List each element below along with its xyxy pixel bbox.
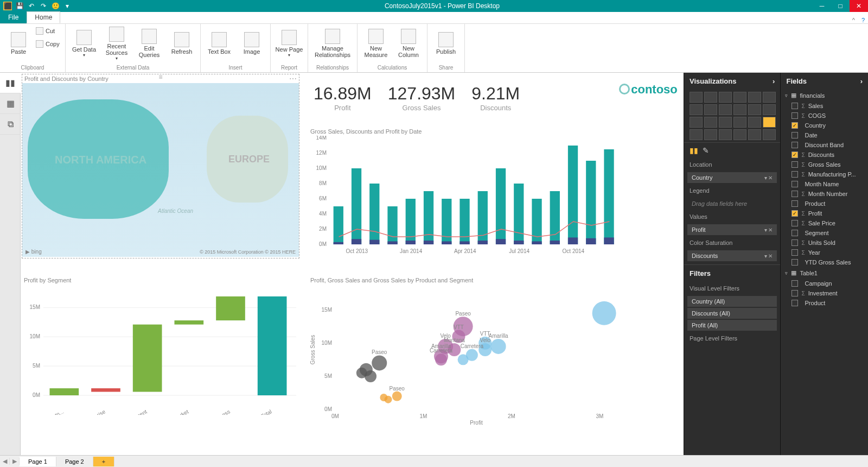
page-prev-button[interactable]: ◀ — [0, 458, 10, 465]
field-item[interactable]: Product — [781, 298, 868, 308]
checkbox-icon[interactable] — [792, 161, 798, 168]
checkbox-icon[interactable] — [792, 230, 798, 236]
redo-icon[interactable]: ↷ — [39, 2, 48, 10]
model-view-icon[interactable]: ⧉ — [0, 114, 21, 135]
field-item[interactable]: ΣSale Price — [781, 218, 868, 228]
maximize-button[interactable]: □ — [831, 0, 850, 12]
checkbox-icon[interactable] — [792, 300, 798, 306]
checkbox-icon[interactable]: ✓ — [792, 210, 798, 217]
viz-type-22[interactable] — [748, 129, 761, 140]
field-item[interactable]: Campaign — [781, 279, 868, 288]
page-tab-1[interactable]: Page 1 — [20, 457, 56, 466]
field-item[interactable]: Discount Band — [781, 140, 868, 150]
well-saturation[interactable]: Discounts▾ ✕ — [687, 250, 777, 261]
checkbox-icon[interactable]: ✓ — [792, 122, 798, 129]
close-button[interactable]: ✕ — [850, 0, 868, 12]
checkbox-icon[interactable] — [792, 280, 798, 287]
checkbox-icon[interactable] — [792, 103, 798, 109]
field-item[interactable]: Month Name — [781, 179, 868, 189]
undo-icon[interactable]: ↶ — [27, 2, 36, 10]
viz-type-0[interactable] — [690, 92, 703, 103]
add-page-button[interactable]: + — [93, 457, 114, 466]
card-profit[interactable]: 16.89MProfit — [314, 84, 372, 112]
viz-type-12[interactable] — [690, 117, 703, 128]
viz-type-23[interactable] — [763, 129, 776, 140]
checkbox-icon[interactable] — [792, 142, 798, 148]
filter-country[interactable]: Country (All) — [687, 296, 777, 307]
field-item[interactable]: Date — [781, 130, 868, 140]
field-item[interactable]: Product — [781, 199, 868, 209]
viz-type-20[interactable] — [719, 129, 732, 140]
viz-type-19[interactable] — [704, 129, 717, 140]
viz-type-11[interactable] — [763, 104, 776, 115]
field-item[interactable]: ΣUnits Sold — [781, 238, 868, 248]
save-icon[interactable]: 💾 — [15, 2, 24, 10]
report-canvas[interactable]: ≡ ⋯ Profit and Discounts by Country NORT… — [21, 73, 684, 455]
checkbox-icon[interactable]: ✓ — [792, 152, 798, 158]
combo-chart[interactable]: Gross Sales, Discounts and Profit by Dat… — [308, 127, 623, 257]
viz-type-6[interactable] — [690, 104, 703, 115]
help-icon[interactable]: ? — [858, 17, 868, 23]
field-item[interactable]: ΣCOGS — [781, 111, 868, 121]
cut-button[interactable]: Cut — [36, 25, 62, 37]
table-table1[interactable]: ▿▦Table1 — [781, 267, 868, 279]
filter-profit[interactable]: Profit (All) — [687, 320, 777, 331]
publish-button[interactable]: Publish — [431, 25, 461, 62]
scatter-chart[interactable]: Profit, Gross Sales and Gross Sales by P… — [308, 276, 623, 428]
field-item[interactable]: ΣYear — [781, 248, 868, 257]
checkbox-icon[interactable] — [792, 191, 798, 197]
new-column-button[interactable]: New Column — [393, 25, 424, 62]
checkbox-icon[interactable] — [792, 239, 798, 246]
visual-menu-icon[interactable]: ⋯ — [289, 74, 297, 83]
page-next-button[interactable]: ▶ — [10, 458, 20, 465]
get-data-button[interactable]: Get Data▾ — [69, 25, 99, 62]
checkbox-icon[interactable] — [792, 171, 798, 178]
field-item[interactable]: ✓Country — [781, 121, 868, 130]
well-location[interactable]: Country▾ ✕ — [687, 172, 777, 183]
field-item[interactable]: Segment — [781, 228, 868, 238]
fields-tab-icon[interactable]: ▮▮ — [690, 146, 698, 155]
field-item[interactable]: ΣInvestment — [781, 288, 868, 298]
table-financials[interactable]: ▿▦financials — [781, 90, 868, 101]
checkbox-icon[interactable] — [792, 259, 798, 266]
viz-type-8[interactable] — [719, 104, 732, 115]
viz-type-13[interactable] — [704, 117, 717, 128]
checkbox-icon[interactable] — [792, 220, 798, 226]
page-tab-2[interactable]: Page 2 — [56, 457, 93, 466]
data-view-icon[interactable]: ▦ — [0, 93, 21, 114]
map-visual[interactable]: ≡ ⋯ Profit and Discounts by Country NORT… — [22, 74, 299, 258]
checkbox-icon[interactable] — [792, 181, 798, 187]
copy-button[interactable]: Copy — [36, 38, 62, 50]
field-item[interactable]: ΣManufacturing P... — [781, 169, 868, 179]
checkbox-icon[interactable] — [792, 200, 798, 207]
checkbox-icon[interactable] — [792, 249, 798, 256]
well-legend[interactable]: Drag data fields here — [687, 198, 777, 209]
well-values[interactable]: Profit▾ ✕ — [687, 224, 777, 235]
smiley-icon[interactable]: 🙂 — [51, 2, 60, 10]
move-handle-icon[interactable]: ≡ — [158, 73, 162, 81]
textbox-button[interactable]: Text Box — [204, 25, 234, 62]
recent-sources-button[interactable]: Recent Sources▾ — [101, 25, 132, 62]
tab-file[interactable]: File — [0, 11, 27, 23]
checkbox-icon[interactable] — [792, 132, 798, 138]
checkbox-icon[interactable] — [792, 112, 798, 119]
minimize-button[interactable]: ─ — [813, 0, 831, 12]
new-measure-button[interactable]: New Measure — [361, 25, 391, 62]
cards-row[interactable]: 16.89MProfit 127.93MGross Sales 9.21MDis… — [314, 84, 617, 122]
waterfall-chart[interactable]: Profit by Segment 0M5M10M15MChannel Part… — [22, 276, 298, 417]
card-discounts[interactable]: 9.21MDiscounts — [471, 84, 520, 112]
refresh-button[interactable]: Refresh — [167, 25, 197, 62]
field-item[interactable]: ΣMonth Number — [781, 189, 868, 199]
map-body[interactable]: NORTH AMERICA EUROPE Atlantic Ocean ▶ bi… — [22, 83, 299, 257]
qat-dropdown-icon[interactable]: ▾ — [63, 2, 72, 10]
field-item[interactable]: ✓ΣDiscounts — [781, 150, 868, 160]
viz-type-16[interactable] — [748, 117, 761, 128]
collapse-ribbon-icon[interactable]: ^ — [849, 17, 858, 23]
viz-type-17[interactable] — [763, 117, 776, 128]
report-view-icon[interactable]: ▮▮ — [0, 73, 21, 93]
viz-type-3[interactable] — [733, 92, 746, 103]
viz-type-15[interactable] — [733, 117, 746, 128]
viz-type-4[interactable] — [748, 92, 761, 103]
format-tab-icon[interactable]: ✎ — [703, 146, 709, 155]
viz-type-14[interactable] — [719, 117, 732, 128]
